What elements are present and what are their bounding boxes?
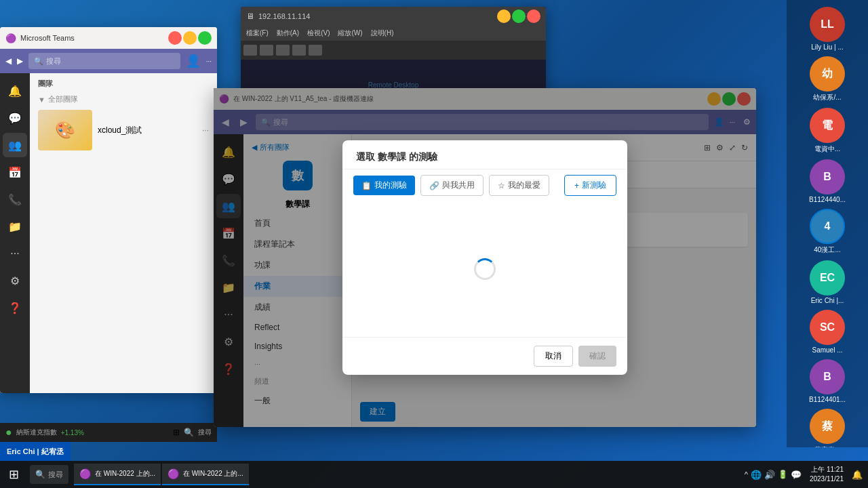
team-more[interactable]: ···: [202, 125, 209, 135]
fav-label: 我的最愛: [508, 180, 540, 191]
rdp-help-menu[interactable]: 說明(H): [371, 28, 394, 38]
mine-icon: 📋: [361, 181, 372, 190]
sidebar-more[interactable]: ···: [3, 241, 27, 266]
tray-network[interactable]: 🌐: [751, 470, 762, 480]
loading-spinner: [474, 258, 496, 280]
user-avatar-7[interactable]: BB1124401...: [793, 359, 861, 403]
my-teams-label: ▼ 全部團隊: [30, 92, 217, 106]
mine-label: 我的測驗: [374, 180, 407, 191]
status-icon: ●: [5, 426, 12, 439]
modal-tab-shared[interactable]: 🔗 與我共用: [420, 175, 484, 196]
start-button[interactable]: ⊞: [0, 461, 27, 488]
status-bar: ● 納斯達克指數 +1.13% ⊞ 🔍 搜尋: [0, 423, 217, 442]
rdp-tool-btn-1[interactable]: [243, 45, 257, 56]
rdp-toolbar: [241, 41, 546, 60]
sidebar-calls[interactable]: 📞: [3, 187, 27, 211]
desktop: LLLily Liu | ...幼幼保系/...電電資中...BB1124440…: [0, 0, 868, 488]
user-avatar-8[interactable]: 蔡蔡宛真...: [793, 409, 861, 447]
max-btn[interactable]: [198, 31, 212, 45]
new-quiz-btn[interactable]: + 新測驗: [564, 175, 616, 196]
pencil-icon: 🎨: [55, 121, 75, 140]
teams-content: 團隊 ▼ 全部團隊 🎨 xcloud_測試 ···: [30, 73, 217, 393]
team-item-xcloud[interactable]: 🎨 xcloud_測試 ···: [30, 106, 217, 155]
sidebar-files[interactable]: 📁: [3, 214, 27, 239]
rdp-titlebar: 🖥 192.168.11.114: [241, 7, 546, 26]
teams-header: ◀ ▶ 🔍 搜尋 👤 ···: [0, 49, 217, 73]
taskbar-win1-label: 在 WIN-2022 上的...: [95, 469, 155, 479]
user-avatar-1[interactable]: 幼幼保系/...: [793, 56, 861, 102]
user-avatar-0[interactable]: LLLily Liu | ...: [793, 7, 861, 51]
rdp-max-btn[interactable]: [512, 9, 526, 23]
rdp-close-btn[interactable]: [527, 9, 540, 23]
search-icon: 🔍: [34, 57, 43, 66]
taskbar-win1[interactable]: 🟣 在 WIN-2022 上的...: [74, 464, 161, 485]
rdp-tool-btn-3[interactable]: [276, 45, 290, 56]
rdp-tool-btn-4[interactable]: [292, 45, 306, 56]
tray-msg[interactable]: 💬: [791, 470, 802, 480]
modal-tab-favorites[interactable]: ☆ 我的最愛: [489, 175, 549, 196]
taskbar-search[interactable]: 🔍 搜尋: [30, 465, 68, 484]
teams-sidebar: 🔔 💬 👥 📅 📞 📁 ··· ⚙ ❓: [0, 73, 30, 393]
avatar-label-6: Samuel ...: [812, 346, 842, 354]
modal-header: 選取 數學課 的測驗: [342, 140, 627, 169]
sidebar-apps[interactable]: ⚙: [3, 268, 27, 293]
rdp-window: 🖥 192.168.11.114 檔案(F) 動作(A) 檢視(V) 縮放(W)…: [241, 7, 546, 95]
avatar-circle-2: 電: [810, 108, 845, 143]
avatar-label-2: 電資中...: [814, 144, 840, 154]
avatar-circle-1: 幼: [810, 56, 845, 92]
status-user-label: 納斯達克指數: [16, 428, 57, 437]
tray-clock[interactable]: 上午 11:21 2023/11/21: [804, 465, 849, 484]
tray-date-label: 2023/11/21: [810, 474, 844, 484]
user-avatar-4[interactable]: 440漢工...: [793, 209, 861, 255]
user-avatar-6[interactable]: SCSamuel ...: [793, 310, 861, 354]
confirm-btn[interactable]: 確認: [578, 346, 616, 367]
rdp-tool-btn-2[interactable]: [260, 45, 273, 56]
forward-nav[interactable]: ▶: [17, 56, 23, 66]
stock-change: +1.13%: [61, 429, 84, 436]
user-avatar-2[interactable]: 電電資中...: [793, 108, 861, 154]
search-icon-taskbar[interactable]: 🔍: [184, 428, 194, 437]
avatar-circle-7: B: [810, 359, 845, 394]
taskbar-win1-icon: 🟣: [79, 468, 91, 479]
rdp-edit-menu[interactable]: 動作(A): [277, 28, 299, 38]
more-options[interactable]: ···: [206, 58, 212, 65]
modal-tab-mine[interactable]: 📋 我的測驗: [353, 176, 415, 195]
cancel-btn[interactable]: 取消: [534, 346, 573, 367]
rdp-win-controls: [497, 9, 540, 23]
tray-expand[interactable]: ^: [745, 470, 748, 479]
min-btn[interactable]: [183, 31, 197, 45]
win-icon[interactable]: ⊞: [173, 428, 180, 437]
back-nav[interactable]: ◀: [5, 56, 12, 66]
modal-footer: 取消 確認: [342, 337, 627, 375]
fav-icon: ☆: [498, 181, 505, 190]
rdp-view-menu[interactable]: 檢視(V): [307, 28, 330, 38]
modal-overlay[interactable]: 選取 數學課 的測驗 📋 我的測驗 🔗 與我共用 ☆ 我的最愛 + 新測驗: [214, 88, 756, 427]
sidebar-chat[interactable]: 💬: [3, 106, 27, 130]
sidebar-help[interactable]: ❓: [3, 296, 27, 320]
avatar-label-7: B1124401...: [809, 396, 846, 403]
taskbar-win2[interactable]: 🟣 在 WIN-2022 上的...: [162, 464, 249, 485]
rdp-min-btn[interactable]: [497, 9, 511, 23]
tray-notification[interactable]: 🔔: [852, 470, 863, 480]
section-title: 團隊: [30, 73, 217, 92]
taskbar-windows: 🟣 在 WIN-2022 上的... 🟣 在 WIN-2022 上的...: [74, 464, 249, 485]
search-box[interactable]: 🔍 搜尋: [28, 53, 180, 69]
sidebar-activity[interactable]: 🔔: [3, 79, 27, 103]
tray-battery[interactable]: 🔋: [778, 470, 788, 479]
sidebar-teams[interactable]: 👥: [3, 133, 27, 157]
user-avatar-3[interactable]: BB1124440...: [793, 159, 861, 203]
rdp-file-menu[interactable]: 檔案(F): [246, 28, 269, 38]
rdp-tool-btn-5[interactable]: [309, 45, 322, 56]
avatar-label-8: 蔡宛真...: [814, 445, 840, 447]
sidebar-calendar[interactable]: 📅: [3, 160, 27, 184]
profile-icon[interactable]: 👤: [186, 54, 201, 68]
team-thumb: 🎨: [38, 110, 92, 150]
user-avatar-5[interactable]: ECEric Chi |...: [793, 260, 861, 304]
rdp-icon: 🖥: [246, 12, 254, 21]
close-btn[interactable]: [168, 31, 182, 45]
avatar-circle-8: 蔡: [810, 409, 845, 444]
rdp-scale-menu[interactable]: 縮放(W): [338, 28, 362, 38]
tray-volume[interactable]: 🔊: [764, 470, 775, 480]
window-controls: [168, 31, 212, 45]
team-name: xcloud_測試: [98, 125, 142, 136]
